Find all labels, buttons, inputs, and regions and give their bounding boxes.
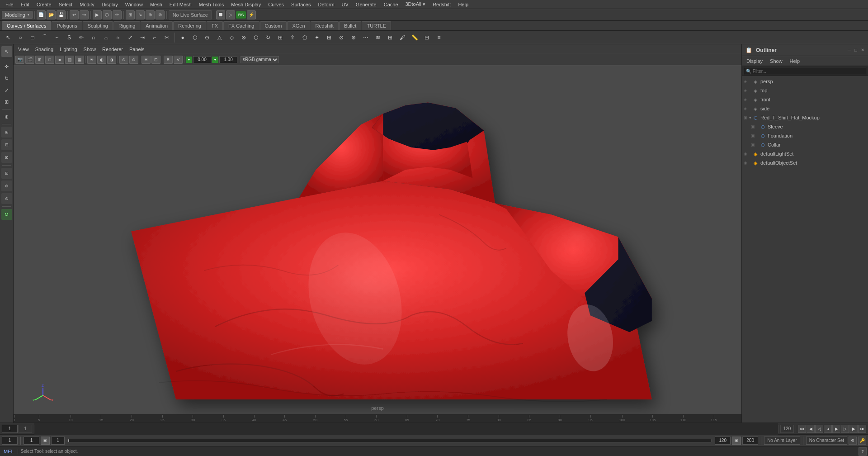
universal-tool[interactable]: ⊞ [1, 96, 12, 107]
snap-mode-btn[interactable]: ⊡ [1, 168, 12, 179]
next-key-btn[interactable]: ▷ [841, 425, 849, 433]
show-manipulator[interactable]: ⊕ [1, 111, 12, 122]
vt-isolate-btn[interactable]: ⊙ [119, 56, 128, 64]
scale-tool[interactable]: ⤢ [1, 85, 12, 95]
select-mode-btn[interactable]: ▶ [93, 10, 102, 19]
menu-select[interactable]: Select [55, 2, 76, 7]
menu-edit[interactable]: Edit [17, 2, 33, 7]
tab-turtle[interactable]: TURTLE [362, 21, 391, 30]
stitch-tool[interactable]: ⋯ [360, 32, 371, 43]
outliner-tab-help[interactable]: Help [788, 57, 802, 65]
mel-btn[interactable]: MEL [0, 449, 18, 454]
bb-frame-input[interactable]: 1 [24, 437, 39, 445]
menu-cache[interactable]: Cache [380, 2, 402, 7]
nurbs-tool[interactable]: ⊞ [324, 32, 335, 43]
extend-tool[interactable]: ⇥ [137, 32, 148, 43]
menu-display[interactable]: Display [98, 2, 122, 7]
menu-mesh-display[interactable]: Mesh Display [227, 2, 264, 7]
select-tool-icon[interactable]: ↖ [3, 32, 14, 43]
tab-redshift[interactable]: Redshift [311, 21, 339, 30]
tree-item-lightset[interactable]: ◉ ◉ defaultLightSet [742, 149, 868, 158]
go-end-btn[interactable]: ⏭ [858, 425, 866, 433]
viewport-menu-view[interactable]: View [15, 47, 32, 52]
vt-hud-btn[interactable]: H [142, 56, 151, 64]
prev-key-btn[interactable]: ◁ [815, 425, 823, 433]
viewport-menu-panels[interactable]: Panels [127, 47, 147, 52]
ipr-btn[interactable]: ⚡ [247, 10, 256, 19]
outliner-tab-show[interactable]: Show [768, 57, 784, 65]
lasso-mode-btn[interactable]: ⬡ [103, 10, 112, 19]
tree-item-persp[interactable]: ◈ ◈ persp [742, 77, 868, 86]
trim-tool[interactable]: ⊘ [336, 32, 347, 43]
two-point-arc[interactable]: ⌓ [100, 32, 111, 43]
loft-tool[interactable]: ⊞ [275, 32, 286, 43]
vt-wireframe-btn[interactable]: □ [45, 56, 54, 64]
menu-generate[interactable]: Generate [352, 2, 380, 7]
play-back-btn[interactable]: ◂ [824, 425, 832, 433]
redshift-render-btn[interactable]: RS [236, 11, 246, 19]
circle-tool[interactable]: ○ [15, 32, 26, 43]
tree-item-sleeve[interactable]: ▣ ⬡ Sleeve [742, 122, 868, 131]
paint-select-btn[interactable]: ✏ [113, 10, 122, 19]
vt-gamma-select[interactable]: sRGB gamma [241, 56, 279, 63]
timeline-scrubber[interactable] [68, 439, 712, 442]
viewport-menu-renderer[interactable]: Renderer [99, 47, 126, 52]
snap-curve-btn[interactable]: ∿ [136, 10, 145, 19]
menu-edit-mesh[interactable]: Edit Mesh [166, 2, 195, 7]
tab-animation[interactable]: Animation [141, 21, 173, 30]
tree-item-collar[interactable]: ▣ ⬡ Collar [742, 140, 868, 149]
vt-shaded-btn[interactable]: ■ [55, 56, 64, 64]
cube-tool[interactable]: ⬡ [189, 32, 200, 43]
tab-bullet[interactable]: Bullet [339, 21, 362, 30]
menu-file[interactable]: File [2, 2, 17, 7]
vt-viewport-btn[interactable]: V [174, 56, 183, 64]
new-scene-btn[interactable]: 📄 [37, 10, 46, 19]
freehand-tool[interactable]: ≈ [113, 32, 123, 43]
paint-tool[interactable]: 🖌 [397, 32, 408, 43]
pencil-tool[interactable]: ✏ [76, 32, 87, 43]
vt-light-btn[interactable]: ☀ [87, 56, 96, 64]
layout-btn-3[interactable]: ⊠ [1, 152, 12, 163]
workspace-selector[interactable]: Modeling ▾ [2, 11, 33, 19]
outliner-close-btn[interactable]: ✕ [861, 48, 864, 52]
menu-modify[interactable]: Modify [76, 2, 98, 7]
move-tool[interactable]: ✛ [1, 61, 12, 72]
render-btn[interactable]: ▷ [226, 10, 235, 19]
tree-item-top[interactable]: ◈ ◈ top [742, 86, 868, 95]
three-point-arc[interactable]: ∩ [88, 32, 99, 43]
vt-film-btn[interactable]: 🎬 [25, 56, 34, 64]
bevel-tool[interactable]: ⬠ [299, 32, 310, 43]
tab-rigging[interactable]: Rigging [113, 21, 140, 30]
vt-shadow-btn[interactable]: ◐ [97, 56, 106, 64]
tab-polygons[interactable]: Polygons [52, 21, 82, 30]
maya-icon[interactable]: M [1, 209, 12, 220]
tab-xgen[interactable]: XGen [287, 21, 310, 30]
render-settings-btn[interactable]: 🔲 [216, 10, 225, 19]
vt-shaded-wire-btn[interactable]: ▨ [65, 56, 74, 64]
viewport-menu-show[interactable]: Show [81, 47, 99, 52]
timeline-scrub[interactable] [34, 423, 778, 435]
menu-3dtool[interactable]: 3DtoAll ▾ [402, 1, 429, 7]
current-frame-input[interactable] [2, 425, 18, 433]
menu-mesh-tools[interactable]: Mesh Tools [195, 2, 227, 7]
tree-item-front[interactable]: ◈ ◈ front [742, 95, 868, 104]
tab-rendering[interactable]: Rendering [173, 21, 206, 30]
key-all-btn[interactable]: 🔑 [858, 437, 866, 445]
outliner-search-input[interactable] [744, 67, 866, 75]
revolve-tool[interactable]: ↻ [263, 32, 274, 43]
cone-tool[interactable]: △ [214, 32, 225, 43]
menu-help[interactable]: Help [454, 2, 472, 7]
torus-tool[interactable]: ⊗ [238, 32, 249, 43]
tab-sculpting[interactable]: Sculpting [83, 21, 113, 30]
surface-tool[interactable]: ⬡ [250, 32, 261, 43]
prev-frame-btn[interactable]: ◀ [807, 425, 815, 433]
diamond-tool[interactable]: ◇ [226, 32, 237, 43]
start-frame-input[interactable] [19, 425, 32, 433]
tab-fx[interactable]: FX [207, 21, 223, 30]
smooth-tool[interactable]: ✦ [311, 32, 322, 43]
cut-tool[interactable]: ✂ [161, 32, 172, 43]
menu-curves[interactable]: Curves [264, 2, 288, 7]
vt-textured-btn[interactable]: ▦ [75, 56, 84, 64]
vt-value2-input[interactable] [219, 56, 237, 63]
menu-redshift[interactable]: Redshift [429, 2, 454, 7]
